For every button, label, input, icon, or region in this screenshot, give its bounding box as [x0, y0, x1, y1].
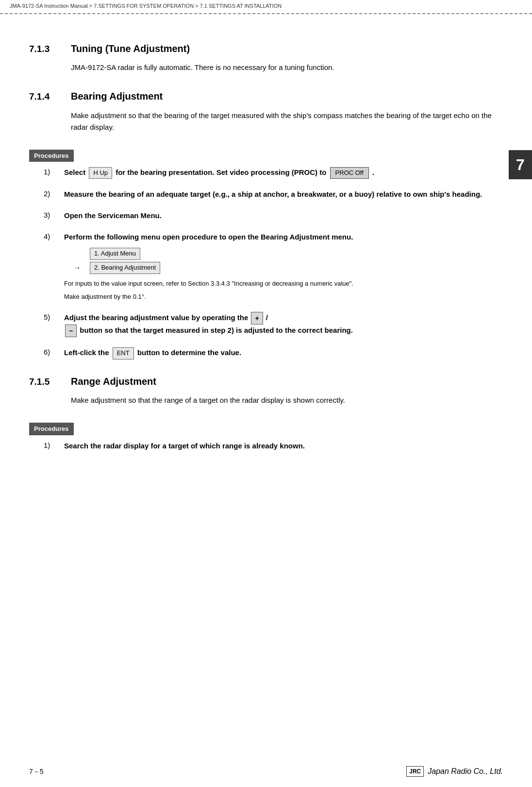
- range-step-1: 1) Search the radar display for a target…: [44, 440, 503, 452]
- step-4-num: 4): [44, 231, 57, 242]
- content-area: 7 7.1.3 Tuning (Tune Adjustment) JMA-917…: [0, 14, 532, 481]
- step-5-content: Adjust the bearing adjustment value by o…: [64, 312, 503, 338]
- section-715-heading: 7.1.5 Range Adjustment: [29, 374, 503, 389]
- section-715-title: Range Adjustment: [71, 374, 156, 389]
- section-714-num: 7.1.4: [29, 90, 63, 104]
- minus-button: −: [65, 325, 77, 337]
- step-1-num: 1): [44, 167, 57, 178]
- page-number: 7－5: [29, 767, 44, 777]
- step-5-num: 5): [44, 312, 57, 323]
- section-714-heading: 7.1.4 Bearing Adjustment: [29, 89, 503, 104]
- plus-button: +: [251, 312, 263, 325]
- step-2-content: Measure the bearing of an adequate targe…: [64, 188, 503, 200]
- bearing-step-1: 1) Select H Up for the bearing presentat…: [44, 167, 503, 179]
- step-4-text: Perform the following menu open procedur…: [64, 233, 353, 241]
- step-5-slash: /: [266, 313, 268, 322]
- bearing-step-6: 6) Left-click the ENT button to determin…: [44, 347, 503, 359]
- range-step-1-content: Search the radar display for a target of…: [64, 440, 503, 452]
- section-713-title: Tuning (Tune Adjustment): [71, 41, 190, 56]
- menu-2-bearing: 2. Bearing Adjustment: [90, 262, 160, 274]
- menu-1-adjust: 1. Adjust Menu: [90, 248, 140, 260]
- chapter-tab: 7: [509, 150, 532, 179]
- step-5-text-before: Adjust the bearing adjustment value by o…: [64, 313, 248, 322]
- bearing-step-3: 3) Open the Serviceman Menu.: [44, 210, 503, 222]
- step-6-content: Left-click the ENT button to determine t…: [64, 347, 503, 359]
- step-6-text-before: Left-click the: [64, 348, 109, 357]
- menu-path-row-2: → 2. Bearing Adjustment: [74, 262, 503, 274]
- bearing-step-2: 2) Measure the bearing of an adequate ta…: [44, 188, 503, 200]
- step-6-num: 6): [44, 347, 57, 358]
- breadcrumb-text: JMA-9172-SA Instruction Manual > 7.SETTI…: [10, 3, 282, 9]
- step-1-text-mid: for the bearing presentation. Set video …: [116, 168, 326, 176]
- step-4-note2: Make adjustment by the 0.1°.: [64, 292, 503, 302]
- step-2-num: 2): [44, 188, 57, 200]
- step-4-note1: For inputs to the value input screen, re…: [64, 279, 503, 289]
- page-container: JMA-9172-SA Instruction Manual > 7.SETTI…: [0, 0, 532, 787]
- section-713-num: 7.1.3: [29, 42, 63, 56]
- step-5-text-after: button so that the target measured in st…: [80, 326, 353, 334]
- bearing-step-5: 5) Adjust the bearing adjustment value b…: [44, 312, 503, 338]
- section-714-body: Make adjustment so that the bearing of t…: [71, 110, 503, 133]
- step-4-content: Perform the following menu open procedur…: [64, 231, 503, 302]
- section-714-title: Bearing Adjustment: [71, 89, 163, 103]
- range-step-1-num: 1): [44, 440, 57, 451]
- step-3-content: Open the Serviceman Menu.: [64, 210, 503, 222]
- footer: 7－5 JRC Japan Radio Co., Ltd.: [0, 766, 532, 777]
- footer-logo: JRC Japan Radio Co., Ltd.: [406, 766, 503, 777]
- procedures-badge-bearing: Procedures: [29, 150, 74, 162]
- step-1-text-after: .: [372, 168, 374, 176]
- company-name: Japan Radio Co., Ltd.: [428, 766, 503, 777]
- hup-button: H Up: [89, 167, 112, 179]
- bearing-step-4: 4) Perform the following menu open proce…: [44, 231, 503, 302]
- proc-off-button: PROC Off: [330, 167, 369, 179]
- procedures-badge-range: Procedures: [29, 423, 74, 435]
- ent-button: ENT: [113, 347, 134, 359]
- section-715-num: 7.1.5: [29, 375, 63, 389]
- section-715-body: Make adjustment so that the range of a t…: [71, 394, 503, 406]
- bearing-steps-list: 1) Select H Up for the bearing presentat…: [44, 167, 503, 359]
- jrc-logo: JRC: [406, 766, 424, 777]
- breadcrumb: JMA-9172-SA Instruction Manual > 7.SETTI…: [0, 0, 532, 14]
- section-713-body: JMA-9172-SA radar is fully automatic. Th…: [71, 62, 503, 73]
- step-6-text-after: button to determine the value.: [137, 348, 241, 357]
- step-3-num: 3): [44, 210, 57, 221]
- section-713-heading: 7.1.3 Tuning (Tune Adjustment): [29, 41, 503, 56]
- step-1-content: Select H Up for the bearing presentation…: [64, 167, 503, 179]
- arrow-symbol: →: [74, 262, 83, 273]
- step-1-text-before: Select: [64, 168, 85, 176]
- range-steps-list: 1) Search the radar display for a target…: [44, 440, 503, 452]
- menu-path: 1. Adjust Menu → 2. Bearing Adjustment: [74, 248, 503, 274]
- chapter-number: 7: [516, 153, 525, 176]
- menu-path-row-1: 1. Adjust Menu: [74, 248, 503, 260]
